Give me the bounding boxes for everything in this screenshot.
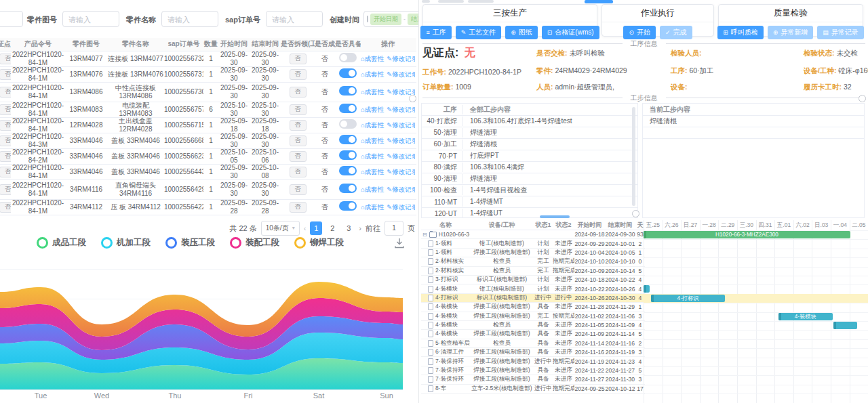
table-row[interactable]: 否2022HPCH1020-84-1M34RM4112压 板 34RM41121… bbox=[0, 200, 416, 215]
prev-page-button[interactable]: ‹ bbox=[304, 221, 307, 235]
step-row[interactable]: 40·打底焊106.3和106.4打底焊1-4号焊缝test bbox=[422, 116, 637, 127]
kit-check-link[interactable]: ⌂成套性 bbox=[361, 106, 384, 113]
gantt-task-row[interactable]: 7·装保持环焊接工段(核电制造部)进行中拖期完成2024-11-192024-1… bbox=[421, 357, 645, 366]
table-row[interactable]: 否2022HPCH1020-84-1M33RM4046盖板 33RM404610… bbox=[0, 165, 416, 180]
table-row[interactable]: 否2022HPCH1020-84-1M13RM4083电缆装配 13RM4083… bbox=[0, 102, 416, 118]
split-pill[interactable]: 否 bbox=[290, 120, 307, 130]
split-pill[interactable]: 否 bbox=[290, 54, 307, 64]
gantt-bar[interactable] bbox=[833, 322, 857, 329]
step-row[interactable]: 90·清理焊缝清理 bbox=[422, 173, 637, 185]
edit-record-link[interactable]: ✎修改记录 bbox=[387, 70, 415, 78]
gantt-bar[interactable]: H1020-66-3·MHZ2AE300 bbox=[644, 231, 850, 238]
split-pill[interactable]: 否 bbox=[290, 135, 307, 146]
gantt-task-row[interactable]: 2·材料核实检查员完工拖期完成2024-10-092024-10-145 bbox=[421, 267, 645, 276]
button-开始[interactable]: ⊙开始 bbox=[623, 26, 656, 39]
split-pill[interactable]: 否 bbox=[290, 104, 307, 114]
split-pill[interactable]: 否 bbox=[290, 184, 307, 194]
kit-check-link[interactable]: ⌂成套性 bbox=[361, 203, 384, 211]
edit-record-link[interactable]: ✎修改记录 bbox=[387, 88, 415, 96]
kit-check-link[interactable]: ⌂成套性 bbox=[361, 70, 384, 78]
filter-input[interactable]: 请输入 bbox=[161, 11, 218, 27]
split-pill[interactable]: 否 bbox=[290, 87, 307, 97]
gantt-bar[interactable]: 4·装模块 bbox=[778, 313, 833, 320]
step-row[interactable]: 120·UT1-4焊缝UT bbox=[422, 208, 637, 218]
table-row[interactable]: 否2022HPCH1020-84-1M13RM4076连接板 13RM40761… bbox=[0, 67, 416, 83]
edit-record-link[interactable]: ✎修改记录 bbox=[387, 186, 415, 193]
cut-filter-input[interactable] bbox=[0, 11, 23, 27]
split-pill[interactable]: 否 bbox=[290, 167, 307, 177]
button-工序[interactable]: ≡工序 bbox=[420, 26, 451, 39]
date-range-picker[interactable]: 开始日期 - 结束日期 bbox=[363, 11, 423, 27]
ready-toggle[interactable] bbox=[339, 53, 357, 62]
page-size-select[interactable]: 10条/页▾ bbox=[261, 221, 300, 236]
gantt-task-row[interactable]: 4·装模块检查员具备未进序2024-11-052024-11-094 bbox=[421, 321, 645, 330]
button-异常新增[interactable]: ⊕异常新增 bbox=[768, 26, 814, 39]
table-row[interactable]: 否2022HPCH1020-84-1M34RM4116直角铜母端头 34RM41… bbox=[0, 180, 416, 200]
split-pill[interactable]: 否 bbox=[290, 69, 307, 79]
kit-check-link[interactable]: ⌂成套性 bbox=[361, 88, 384, 96]
gantt-task-row[interactable]: 7·装保持环焊接工段(核电制造部)具备未进序2024-11-222024-11-… bbox=[421, 366, 645, 375]
legend-item-4[interactable]: 装配工段 bbox=[230, 237, 279, 249]
legend-item-3[interactable]: 装压工段 bbox=[165, 237, 215, 249]
step-row[interactable]: 60·加工焊缝清根 bbox=[422, 139, 637, 150]
resize-handle[interactable] bbox=[409, 95, 416, 102]
tab-fragment[interactable] bbox=[438, 0, 464, 3]
tab-fragment[interactable] bbox=[422, 0, 430, 3]
resize-handle[interactable] bbox=[859, 95, 866, 102]
edit-record-link[interactable]: ✎修改记录 bbox=[387, 203, 415, 211]
goto-page-input[interactable]: 1 bbox=[384, 221, 403, 236]
gantt-task-row[interactable]: 8·车立车-2.5米(核电制造部)进行中拖期完成2024-09-252024-1… bbox=[421, 385, 645, 394]
collapse-icon[interactable]: ⊟ bbox=[422, 232, 427, 238]
table-row[interactable]: 否2022HPCH1020-84-1M12RM4028主出线盒盖 12RM402… bbox=[0, 118, 416, 133]
gantt-task-row[interactable]: 5·检查精车后外径检查员具备未进序2024-11-142024-11-162 bbox=[421, 339, 645, 348]
kit-check-link[interactable]: ⌂成套性 bbox=[361, 55, 384, 62]
horizontal-scrollbar[interactable] bbox=[540, 215, 570, 218]
button-合格证(wms)[interactable]: ⊡合格证(wms) bbox=[542, 26, 599, 39]
kit-check-link[interactable]: ⌂成套性 bbox=[361, 137, 384, 144]
gantt-task-row[interactable]: 7·装保持环焊接工段(核电制造部)具备未进序2024-11-272024-11-… bbox=[421, 375, 645, 384]
edit-record-link[interactable]: ✎修改记录 bbox=[387, 121, 415, 129]
active-tab-fragment[interactable] bbox=[585, 0, 613, 3]
gantt-task-row[interactable]: 4·装模块钳工(核电制造部)计划未进序2024-10-222024-10-264 bbox=[421, 284, 645, 293]
ready-toggle[interactable] bbox=[339, 135, 357, 144]
resize-handle[interactable] bbox=[632, 210, 639, 217]
button-图纸[interactable]: ⊕图纸 bbox=[505, 26, 538, 39]
ready-toggle[interactable] bbox=[339, 150, 357, 160]
ready-toggle[interactable] bbox=[339, 68, 357, 78]
edit-record-link[interactable]: ✎修改记录 bbox=[387, 168, 415, 175]
filter-input[interactable]: 请输入 bbox=[266, 11, 323, 27]
step-row[interactable]: 50·清理焊缝清理 bbox=[422, 127, 637, 139]
gantt-task-row[interactable]: ⊟H1020-66-3·MHZ2AE3002024-09-182024-09-3… bbox=[421, 230, 645, 239]
gantt-task-row[interactable]: 4·装模块焊接工段(核电制造部)完工按期完成2024-11-022024-11-… bbox=[421, 312, 645, 321]
table-row[interactable]: 否2022HPCH1020-84-1M13RM4077连接板 13RM40771… bbox=[0, 51, 416, 67]
gantt-task-row[interactable]: 6·清理工件焊接工段(核电制造部)具备未进序2024-11-162024-11-… bbox=[421, 348, 645, 357]
gantt-task-row[interactable]: 1·领料钳工(核电制造部)计划未进序2024-09-292024-10-012 bbox=[421, 239, 645, 248]
edit-record-link[interactable]: ✎修改记录 bbox=[387, 106, 415, 113]
gantt-task-row[interactable]: 3·打标识标识工(核电制造部)计划未进序2024-10-182024-10-22… bbox=[421, 276, 645, 284]
step-row[interactable]: 100·检查1-4号焊缝目视检查 bbox=[422, 185, 637, 196]
next-page-button[interactable]: › bbox=[359, 221, 361, 235]
edit-record-link[interactable]: ✎修改记录 bbox=[387, 55, 415, 62]
split-pill[interactable]: 否 bbox=[290, 151, 307, 161]
ready-toggle[interactable] bbox=[339, 104, 357, 113]
table-row[interactable]: 否2022HPCH1020-84-1M13RM4086中性点连接板 13RM40… bbox=[0, 83, 416, 102]
page-number-3[interactable]: 3 bbox=[342, 221, 355, 235]
ready-toggle[interactable] bbox=[339, 166, 357, 175]
legend-item-1[interactable]: 成品工段 bbox=[37, 237, 86, 249]
gantt-task-row[interactable]: 1·领料焊接工段(核电制造部)计划未进序2024-10-042024-10-05… bbox=[421, 249, 645, 257]
kit-check-link[interactable]: ⌂成套性 bbox=[361, 152, 384, 160]
button-工艺文件[interactable]: ✎工艺文件 bbox=[456, 26, 502, 39]
download-icon[interactable] bbox=[393, 237, 406, 249]
kit-check-link[interactable]: ⌂成套性 bbox=[361, 121, 384, 129]
step-row[interactable]: 110·MT1-4焊缝MT bbox=[422, 196, 637, 208]
table-row[interactable]: 否2022HPCH1020-84-2M33RM4046盖板 33RM404610… bbox=[0, 149, 416, 165]
table-row[interactable]: 否2022HPCH1020-84-3M33RM4046盖板 33RM404610… bbox=[0, 133, 416, 149]
gantt-task-row[interactable]: 4·装模块焊接工段(核电制造部)具备未进序2024-11-092024-11-1… bbox=[421, 330, 645, 339]
gantt-bar[interactable]: 4·打标识 bbox=[651, 295, 725, 302]
page-number-1[interactable]: 1 bbox=[310, 221, 322, 235]
edit-record-link[interactable]: ✎修改记录 bbox=[387, 137, 415, 144]
ready-toggle[interactable] bbox=[339, 119, 357, 129]
page-number-2[interactable]: 2 bbox=[326, 221, 338, 235]
step-row[interactable]: 70·PT打底焊PT bbox=[422, 150, 637, 162]
legend-item-2[interactable]: 机加工段 bbox=[101, 237, 151, 249]
